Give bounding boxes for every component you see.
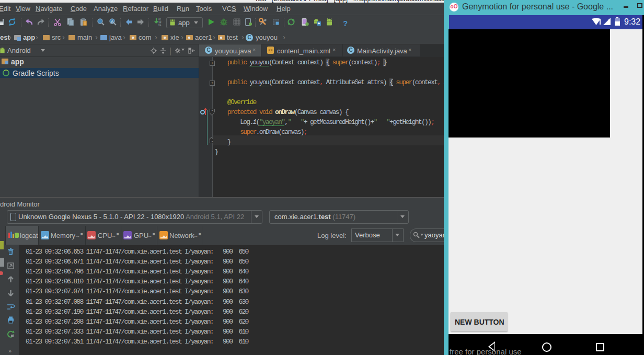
svg-text:01: 01 [158, 24, 162, 26]
svg-text:A: A [111, 19, 114, 24]
